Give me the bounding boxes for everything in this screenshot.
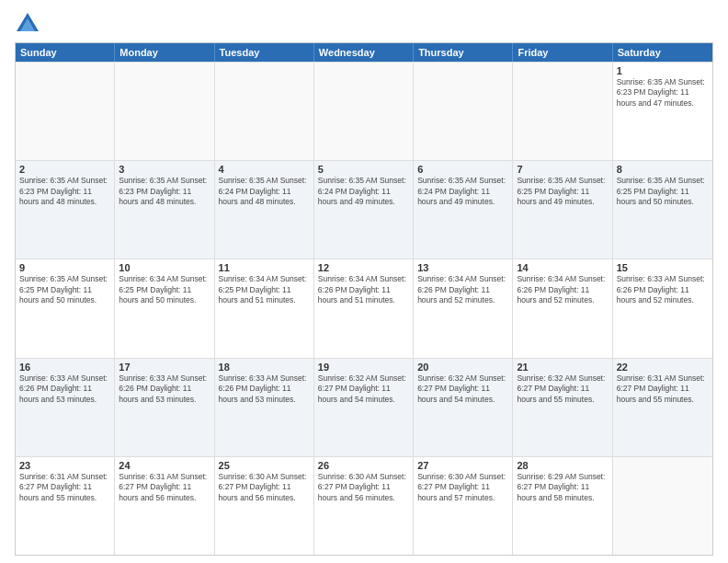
day-number: 5 [318,164,409,175]
calendar-empty-cell [215,63,314,160]
day-info: Sunrise: 6:31 AM Sunset: 6:27 PM Dayligh… [19,472,110,503]
calendar-week-2: 9Sunrise: 6:35 AM Sunset: 6:25 PM Daylig… [16,259,712,357]
calendar-week-3: 16Sunrise: 6:33 AM Sunset: 6:26 PM Dayli… [16,358,712,456]
day-number: 13 [417,262,508,273]
day-info: Sunrise: 6:34 AM Sunset: 6:26 PM Dayligh… [417,274,508,305]
day-number: 20 [417,362,508,373]
calendar-day-12: 12Sunrise: 6:34 AM Sunset: 6:26 PM Dayli… [314,259,414,357]
calendar-day-19: 19Sunrise: 6:32 AM Sunset: 6:27 PM Dayli… [314,359,414,456]
day-info: Sunrise: 6:34 AM Sunset: 6:25 PM Dayligh… [219,274,310,305]
header-day-thursday: Thursday [414,43,513,62]
day-info: Sunrise: 6:33 AM Sunset: 6:26 PM Dayligh… [119,373,210,405]
day-info: Sunrise: 6:32 AM Sunset: 6:27 PM Dayligh… [517,373,608,405]
day-info: Sunrise: 6:30 AM Sunset: 6:27 PM Dayligh… [219,472,310,503]
day-info: Sunrise: 6:35 AM Sunset: 6:25 PM Dayligh… [517,176,608,207]
day-number: 9 [19,262,110,273]
day-number: 17 [119,362,210,373]
day-number: 18 [219,362,310,373]
day-number: 28 [517,460,608,471]
day-info: Sunrise: 6:33 AM Sunset: 6:26 PM Dayligh… [617,274,709,305]
calendar-day-13: 13Sunrise: 6:34 AM Sunset: 6:26 PM Dayli… [414,259,513,357]
day-number: 22 [617,362,709,373]
calendar-empty-cell [314,63,414,160]
day-info: Sunrise: 6:34 AM Sunset: 6:26 PM Dayligh… [517,274,608,305]
calendar-day-2: 2Sunrise: 6:35 AM Sunset: 6:23 PM Daylig… [16,161,115,259]
header-day-tuesday: Tuesday [215,43,314,62]
calendar-day-7: 7Sunrise: 6:35 AM Sunset: 6:25 PM Daylig… [513,161,612,259]
day-info: Sunrise: 6:33 AM Sunset: 6:26 PM Dayligh… [19,373,110,405]
calendar-day-9: 9Sunrise: 6:35 AM Sunset: 6:25 PM Daylig… [16,259,115,357]
logo [15,11,44,37]
calendar-week-4: 23Sunrise: 6:31 AM Sunset: 6:27 PM Dayli… [16,456,712,555]
calendar-day-23: 23Sunrise: 6:31 AM Sunset: 6:27 PM Dayli… [16,457,115,555]
day-info: Sunrise: 6:29 AM Sunset: 6:27 PM Dayligh… [517,472,608,503]
calendar: SundayMondayTuesdayWednesdayThursdayFrid… [15,42,713,556]
calendar-day-15: 15Sunrise: 6:33 AM Sunset: 6:26 PM Dayli… [613,259,712,357]
calendar-day-3: 3Sunrise: 6:35 AM Sunset: 6:23 PM Daylig… [115,161,214,259]
calendar-empty-cell [16,63,115,160]
day-number: 25 [219,460,310,471]
day-number: 12 [318,262,409,273]
day-info: Sunrise: 6:35 AM Sunset: 6:23 PM Dayligh… [119,176,210,207]
calendar-day-27: 27Sunrise: 6:30 AM Sunset: 6:27 PM Dayli… [414,457,513,555]
day-info: Sunrise: 6:34 AM Sunset: 6:25 PM Dayligh… [119,274,210,305]
day-number: 21 [517,362,608,373]
calendar-day-18: 18Sunrise: 6:33 AM Sunset: 6:26 PM Dayli… [215,359,314,456]
day-number: 15 [617,262,709,273]
day-info: Sunrise: 6:30 AM Sunset: 6:27 PM Dayligh… [318,472,409,503]
calendar-body: 1Sunrise: 6:35 AM Sunset: 6:23 PM Daylig… [16,62,712,555]
day-info: Sunrise: 6:32 AM Sunset: 6:27 PM Dayligh… [318,373,409,405]
calendar-day-6: 6Sunrise: 6:35 AM Sunset: 6:24 PM Daylig… [414,161,513,259]
day-info: Sunrise: 6:35 AM Sunset: 6:24 PM Dayligh… [219,176,310,207]
day-info: Sunrise: 6:31 AM Sunset: 6:27 PM Dayligh… [119,472,210,503]
calendar-day-26: 26Sunrise: 6:30 AM Sunset: 6:27 PM Dayli… [314,457,414,555]
day-number: 23 [19,460,110,471]
header-day-sunday: Sunday [16,43,115,62]
calendar-day-1: 1Sunrise: 6:35 AM Sunset: 6:23 PM Daylig… [613,63,712,160]
day-number: 4 [219,164,310,175]
day-info: Sunrise: 6:33 AM Sunset: 6:26 PM Dayligh… [219,373,310,405]
page: SundayMondayTuesdayWednesdayThursdayFrid… [0,0,728,563]
day-info: Sunrise: 6:35 AM Sunset: 6:24 PM Dayligh… [318,176,409,207]
calendar-empty-cell [513,63,612,160]
calendar-empty-cell [414,63,513,160]
day-number: 19 [318,362,409,373]
day-info: Sunrise: 6:30 AM Sunset: 6:27 PM Dayligh… [417,472,508,503]
day-number: 1 [617,65,709,76]
header-day-friday: Friday [513,43,612,62]
day-number: 6 [417,164,508,175]
day-info: Sunrise: 6:35 AM Sunset: 6:23 PM Dayligh… [617,77,709,109]
day-number: 7 [517,164,608,175]
day-number: 8 [617,164,709,175]
calendar-day-8: 8Sunrise: 6:35 AM Sunset: 6:25 PM Daylig… [613,161,712,259]
calendar-day-11: 11Sunrise: 6:34 AM Sunset: 6:25 PM Dayli… [215,259,314,357]
day-info: Sunrise: 6:34 AM Sunset: 6:26 PM Dayligh… [318,274,409,305]
day-info: Sunrise: 6:35 AM Sunset: 6:25 PM Dayligh… [19,274,110,305]
logo-icon [15,11,40,37]
calendar-week-1: 2Sunrise: 6:35 AM Sunset: 6:23 PM Daylig… [16,160,712,259]
calendar-day-22: 22Sunrise: 6:31 AM Sunset: 6:27 PM Dayli… [613,359,712,456]
day-number: 16 [19,362,110,373]
day-number: 10 [119,262,210,273]
day-info: Sunrise: 6:32 AM Sunset: 6:27 PM Dayligh… [417,373,508,405]
day-number: 2 [19,164,110,175]
header-day-saturday: Saturday [613,43,712,62]
calendar-day-16: 16Sunrise: 6:33 AM Sunset: 6:26 PM Dayli… [16,359,115,456]
day-info: Sunrise: 6:35 AM Sunset: 6:24 PM Dayligh… [417,176,508,207]
calendar-day-25: 25Sunrise: 6:30 AM Sunset: 6:27 PM Dayli… [215,457,314,555]
calendar-day-5: 5Sunrise: 6:35 AM Sunset: 6:24 PM Daylig… [314,161,414,259]
header [15,11,713,37]
day-number: 24 [119,460,210,471]
header-day-wednesday: Wednesday [314,43,414,62]
day-info: Sunrise: 6:31 AM Sunset: 6:27 PM Dayligh… [617,373,709,405]
day-info: Sunrise: 6:35 AM Sunset: 6:25 PM Dayligh… [617,176,709,207]
calendar-header: SundayMondayTuesdayWednesdayThursdayFrid… [16,43,712,62]
calendar-day-20: 20Sunrise: 6:32 AM Sunset: 6:27 PM Dayli… [414,359,513,456]
day-number: 26 [318,460,409,471]
calendar-day-24: 24Sunrise: 6:31 AM Sunset: 6:27 PM Dayli… [115,457,214,555]
day-info: Sunrise: 6:35 AM Sunset: 6:23 PM Dayligh… [19,176,110,207]
calendar-day-17: 17Sunrise: 6:33 AM Sunset: 6:26 PM Dayli… [115,359,214,456]
calendar-empty-cell [613,457,712,555]
calendar-day-21: 21Sunrise: 6:32 AM Sunset: 6:27 PM Dayli… [513,359,612,456]
calendar-week-0: 1Sunrise: 6:35 AM Sunset: 6:23 PM Daylig… [16,62,712,160]
